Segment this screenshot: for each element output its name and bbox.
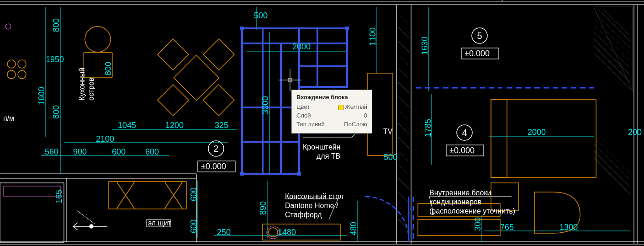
label-ac-1: Внутренние блоки: [429, 189, 491, 197]
svg-point-98: [7, 70, 16, 79]
svg-line-35: [398, 137, 409, 148]
svg-line-38: [398, 178, 409, 189]
label-console-2: Dantone Home /: [285, 202, 338, 209]
dim-165: 165: [54, 190, 63, 203]
svg-point-79: [85, 27, 111, 52]
dim-2000b: 2000: [528, 128, 546, 137]
label-console-1: Консольный стол: [285, 193, 343, 200]
svg-rect-93: [491, 100, 507, 177]
dim-600c: 600: [189, 187, 198, 201]
svg-line-14: [603, 9, 630, 37]
svg-text:±0.000: ±0.000: [465, 49, 490, 58]
svg-rect-100: [418, 219, 500, 235]
svg-line-13: [598, 9, 630, 41]
color-swatch-icon: [338, 105, 343, 110]
dim-900: 900: [73, 147, 87, 156]
svg-line-28: [398, 41, 409, 52]
svg-line-36: [398, 151, 409, 162]
dim-500: 500: [254, 11, 268, 20]
svg-line-22: [594, 137, 630, 174]
svg-line-18: [594, 32, 630, 69]
svg-line-25: [594, 158, 630, 194]
svg-line-31: [398, 82, 409, 93]
room-tag-2: 2 ±0.000: [198, 141, 235, 172]
dim-890: 890: [259, 201, 268, 215]
svg-text:±0.000: ±0.000: [201, 162, 226, 171]
room-tag-4: 4 ±0.000: [446, 125, 484, 156]
svg-line-17: [594, 25, 630, 62]
dim-1200: 1200: [165, 121, 184, 130]
svg-rect-72: [240, 27, 244, 30]
svg-line-21: [594, 53, 630, 89]
dim-1600: 1600: [37, 87, 46, 105]
svg-line-41: [398, 219, 409, 230]
svg-line-20: [594, 46, 630, 82]
svg-line-30: [398, 69, 409, 80]
svg-line-19: [594, 39, 630, 75]
dim-800c: 800: [52, 105, 61, 119]
label-bracket-2: для ТВ: [317, 152, 340, 160]
svg-line-34: [398, 123, 409, 134]
dim-1785: 1785: [423, 119, 433, 137]
crosshair-cursor: [279, 69, 301, 91]
dim-1950: 1950: [46, 55, 64, 64]
arrow-symbol: [73, 223, 107, 230]
svg-rect-75: [297, 172, 301, 176]
svg-line-26: [398, 14, 409, 25]
tooltip-row-layer: Слой0: [296, 112, 367, 119]
svg-rect-86: [109, 182, 186, 209]
svg-rect-102: [263, 224, 340, 240]
svg-rect-104: [4, 186, 61, 196]
dim-600b: 600: [145, 147, 159, 156]
room-tag-5: 5 ±0.000: [461, 28, 499, 59]
dim-480: 480: [349, 222, 358, 235]
dim-1100: 1100: [368, 27, 377, 46]
svg-line-39: [398, 192, 409, 203]
dim-250: 250: [217, 228, 231, 237]
svg-rect-84: [158, 85, 189, 116]
dim-1480: 1480: [278, 228, 296, 237]
svg-line-15: [594, 11, 630, 48]
dim-800b: 800: [104, 62, 113, 75]
dim-600a: 600: [112, 147, 126, 156]
label-bracket-1: Кронштейн: [303, 143, 341, 151]
svg-line-40: [398, 206, 409, 217]
svg-point-105: [5, 24, 11, 29]
svg-text:2: 2: [213, 144, 218, 154]
dim-1045: 1045: [118, 121, 136, 130]
label-console-3: Стаффорд: [285, 211, 322, 219]
svg-point-99: [18, 70, 26, 79]
dim-3000: 3000: [261, 96, 270, 114]
dim-560: 560: [45, 147, 58, 156]
tooltip-row-color: Цвет Желтый: [296, 103, 367, 110]
svg-point-96: [7, 60, 16, 68]
dim-2100: 2100: [96, 134, 114, 144]
dim-325: 325: [215, 121, 228, 130]
dim-300: 300: [473, 217, 482, 231]
svg-point-128: [90, 225, 93, 228]
dim-765: 765: [500, 223, 514, 232]
svg-text:±0.000: ±0.000: [449, 146, 475, 155]
svg-rect-83: [203, 39, 234, 70]
svg-line-16: [594, 18, 630, 55]
svg-line-113: [77, 210, 95, 224]
svg-text:4: 4: [462, 128, 467, 138]
svg-line-32: [398, 96, 409, 107]
dim-200: 200: [628, 128, 642, 137]
svg-text:5: 5: [477, 31, 482, 41]
svg-line-37: [398, 165, 409, 176]
dim-800a: 800: [52, 18, 61, 32]
dim-2000a: 2000: [292, 42, 311, 51]
dim-600d: 600: [189, 219, 198, 233]
svg-rect-74: [240, 172, 244, 176]
svg-point-97: [18, 60, 26, 68]
label-tv: TV: [383, 128, 393, 135]
label-ac-2: кондиционеров: [429, 198, 481, 206]
label-kitchen-island-2: остров: [87, 77, 95, 101]
dim-1630: 1630: [420, 37, 429, 55]
dim-500b: 500: [384, 153, 397, 162]
dim-1300: 1300: [560, 223, 578, 232]
tooltip-row-linetype: Тип линийПоСлою: [296, 121, 367, 128]
svg-line-24: [594, 151, 630, 187]
svg-line-23: [594, 144, 630, 181]
